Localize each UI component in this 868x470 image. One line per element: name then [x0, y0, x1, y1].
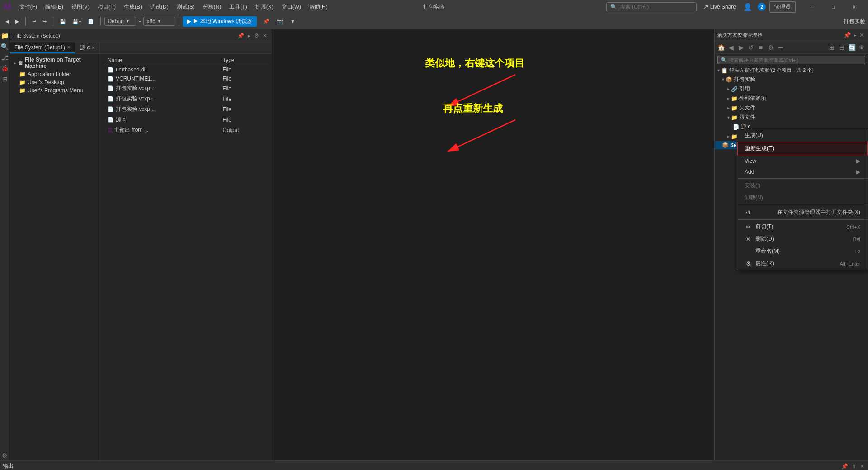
- tree-desktop[interactable]: 📁 User's Desktop: [12, 78, 98, 86]
- ctx-refresh-icon: ↺: [745, 209, 752, 216]
- tab-filesystem-close[interactable]: ✕: [67, 45, 71, 50]
- output-expand-icon[interactable]: ⬆: [851, 462, 857, 470]
- ctx-delete[interactable]: ✕ 删除(D) Del: [737, 233, 868, 245]
- sol-show-all-icon[interactable]: 👁: [857, 43, 866, 52]
- ctx-rebuild[interactable]: 重新生成(E): [737, 142, 868, 155]
- output-pin-icon[interactable]: 📌: [840, 462, 849, 470]
- sol-stop-icon[interactable]: ■: [756, 43, 765, 52]
- file-icon-6: 📄: [108, 117, 114, 122]
- activity-settings[interactable]: ⚙: [0, 451, 9, 460]
- menu-debug[interactable]: 调试(D): [146, 2, 172, 12]
- sol-forward-icon[interactable]: ▶: [736, 43, 745, 52]
- platform-dropdown[interactable]: x86 ▼: [143, 17, 175, 26]
- ctx-cut[interactable]: ✂ 剪切(T) Ctrl+X: [737, 221, 868, 233]
- attach-button[interactable]: 📌: [260, 17, 272, 26]
- sol-source-files[interactable]: ▾ 📁 源文件: [715, 113, 868, 122]
- maximize-button[interactable]: □: [823, 0, 844, 14]
- menu-project[interactable]: 项目(P): [94, 2, 119, 12]
- activity-git[interactable]: ⎇: [0, 53, 9, 62]
- ctx-properties[interactable]: ⚙ 属性(R) Alt+Enter: [737, 257, 868, 270]
- menu-file[interactable]: 文件(F): [16, 2, 41, 12]
- ctx-build[interactable]: 生成(U): [737, 129, 868, 142]
- toolbar: ◀ ▶ ↩ ↪ 💾 💾+ 📄 Debug ▼ - x86 ▼ ▶ ▶ 本地 Wi…: [0, 14, 868, 29]
- manage-button[interactable]: 管理员: [769, 1, 796, 13]
- sol-project-pack[interactable]: ▾ 📦 打包实验: [715, 75, 868, 84]
- sol-arrow-icon[interactable]: ▸: [853, 31, 858, 39]
- file-icon-1: 📄: [108, 67, 114, 72]
- notification-badge[interactable]: 2: [758, 3, 766, 11]
- menu-help[interactable]: 帮助(H): [306, 2, 331, 12]
- table-row[interactable]: 📄源.c File: [104, 114, 268, 125]
- table-row[interactable]: 📄打包实验.vcxp... File: [104, 83, 268, 94]
- people-icon[interactable]: 👤: [743, 3, 752, 11]
- ctx-view[interactable]: View ▶: [737, 156, 868, 166]
- table-row[interactable]: ▤主输出 from ... Output: [104, 125, 268, 135]
- close-button[interactable]: ✕: [844, 0, 864, 14]
- tab-filesystem[interactable]: File System (Setup1) ✕: [10, 42, 75, 53]
- tree-root[interactable]: ▸ 🖥 File System on Target Machine: [12, 56, 98, 70]
- table-row[interactable]: 📄VCRUNTIME1... File: [104, 74, 268, 83]
- activity-extensions[interactable]: ⊞: [0, 75, 9, 84]
- sol-home-icon[interactable]: 🏠: [717, 43, 726, 52]
- sol-references[interactable]: ▸ 🔗 引用: [715, 84, 868, 94]
- menu-analyze[interactable]: 分析(N): [199, 2, 225, 12]
- menu-edit[interactable]: 编辑(E): [42, 2, 67, 12]
- activity-files[interactable]: 📁: [0, 31, 9, 40]
- tab-source[interactable]: 源.c ✕: [75, 42, 100, 53]
- forward-button[interactable]: ▶: [13, 17, 22, 26]
- sol-expand-icon[interactable]: ⊞: [827, 43, 836, 52]
- menu-extensions[interactable]: 扩展(X): [252, 2, 277, 12]
- sol-ref-label: 引用: [739, 85, 750, 93]
- menu-window[interactable]: 窗口(W): [278, 2, 305, 12]
- save-all-button[interactable]: 💾+: [70, 17, 84, 26]
- save-button[interactable]: 💾: [57, 17, 69, 26]
- sol-back-icon[interactable]: ◀: [726, 43, 736, 52]
- ctx-open-explorer[interactable]: ↺ 在文件资源管理器中打开文件夹(X): [737, 206, 868, 218]
- sol-pin-icon[interactable]: 📌: [843, 31, 852, 39]
- minimize-button[interactable]: ─: [802, 0, 823, 14]
- search-input[interactable]: [620, 4, 683, 10]
- panel-arrow-icon[interactable]: ▸: [247, 32, 251, 40]
- sol-filter-icon[interactable]: ─: [776, 43, 785, 52]
- camera-button[interactable]: 📷: [274, 17, 286, 26]
- ctx-add[interactable]: Add ▶: [737, 166, 868, 177]
- annotation-arrow-1: [443, 70, 524, 115]
- back-button[interactable]: ◀: [3, 17, 12, 26]
- sol-headers[interactable]: ▸ 📁 头文件: [715, 103, 868, 113]
- save-icon2[interactable]: 📄: [85, 17, 97, 26]
- menu-tools[interactable]: 工具(T): [226, 2, 250, 12]
- menu-view[interactable]: 视图(V): [68, 2, 93, 12]
- live-share-button[interactable]: ↗ Live Share: [699, 2, 740, 11]
- tree-programs[interactable]: 📁 User's Programs Menu: [12, 86, 98, 95]
- sol-collapse-icon[interactable]: ⊟: [837, 43, 846, 52]
- activity-debug[interactable]: 🐞: [0, 64, 9, 73]
- sol-solution-root[interactable]: ▾ 📋 解决方案'打包实验'(2 个项目，共 2 个): [715, 66, 868, 75]
- panel-settings-icon[interactable]: ⚙: [253, 32, 260, 40]
- solution-search[interactable]: 🔍: [717, 56, 865, 64]
- activity-search[interactable]: 🔍: [0, 42, 9, 51]
- table-row[interactable]: 📄打包实验.vcxp... File: [104, 104, 268, 114]
- menu-build[interactable]: 生成(B): [120, 2, 146, 12]
- tab-source-close[interactable]: ✕: [91, 45, 95, 50]
- debug-config-dropdown[interactable]: Debug ▼: [104, 17, 136, 26]
- sol-external-deps[interactable]: ▸ 📁 外部依赖项: [715, 94, 868, 103]
- undo-button[interactable]: ↩: [29, 17, 39, 26]
- search-box[interactable]: 🔍: [606, 2, 697, 11]
- panel-close-icon[interactable]: ✕: [262, 32, 268, 40]
- table-row[interactable]: 📄ucrtbased.dll File: [104, 65, 268, 75]
- sol-close-icon[interactable]: ✕: [859, 31, 865, 39]
- ctx-rename[interactable]: 重命名(M) F2: [737, 245, 868, 257]
- sol-refresh-icon[interactable]: 🔄: [847, 43, 856, 52]
- redo-button[interactable]: ↪: [40, 17, 49, 26]
- sol-sync-icon[interactable]: ↺: [746, 43, 755, 52]
- solution-search-input[interactable]: [729, 57, 862, 63]
- extra-button[interactable]: ▼: [288, 17, 298, 25]
- table-row[interactable]: 📄打包实验.vcxp... File: [104, 94, 268, 104]
- start-debug-button[interactable]: ▶ ▶ 本地 Windows 调试器: [183, 16, 257, 27]
- panel-pin-icon[interactable]: 📌: [236, 32, 245, 40]
- solution-toolbar: 🏠 ◀ ▶ ↺ ■ ⚙ ─ ⊞ ⊟ 🔄 👁: [715, 41, 868, 54]
- menu-test[interactable]: 测试(S): [173, 2, 198, 12]
- output-close-icon[interactable]: ✕: [859, 462, 865, 470]
- tree-appfolder[interactable]: 📁 Application Folder: [12, 70, 98, 78]
- sol-settings-icon[interactable]: ⚙: [766, 43, 775, 52]
